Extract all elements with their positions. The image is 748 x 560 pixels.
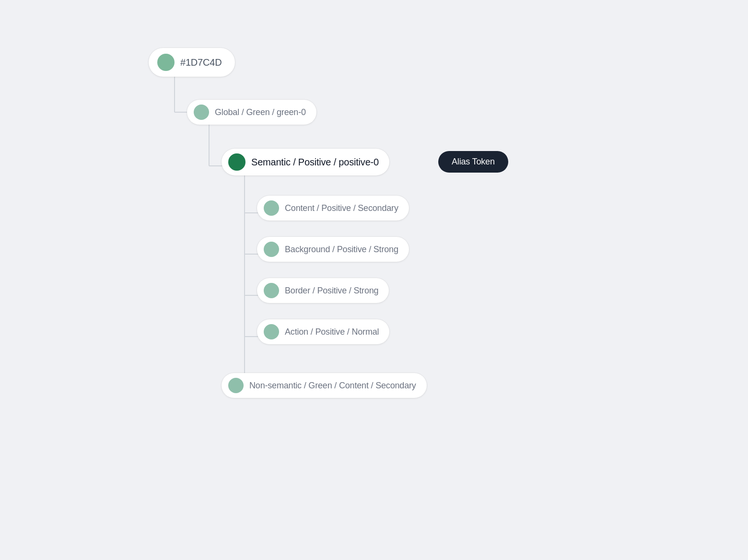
global-dot	[194, 105, 209, 120]
semantic-label: Semantic / Positive / positive-0	[251, 157, 379, 168]
alias-token-badge[interactable]: Alias Token	[438, 151, 508, 173]
global-label: Global / Green / green-0	[215, 107, 306, 117]
border-node[interactable]: Border / Positive / Strong	[257, 278, 389, 303]
action-dot	[264, 324, 279, 339]
content-label: Content / Positive / Secondary	[285, 203, 398, 213]
nonsemantic-dot	[228, 378, 244, 393]
background-node[interactable]: Background / Positive / Strong	[257, 237, 409, 262]
action-node[interactable]: Action / Positive / Normal	[257, 319, 389, 344]
semantic-dot	[228, 153, 245, 171]
background-label: Background / Positive / Strong	[285, 245, 398, 255]
nonsemantic-label: Non-semantic / Green / Content / Seconda…	[249, 381, 416, 391]
alias-token-label: Alias Token	[452, 157, 495, 166]
hex-label: #1D7C4D	[180, 57, 222, 68]
action-label: Action / Positive / Normal	[285, 327, 379, 337]
hex-node[interactable]: #1D7C4D	[149, 48, 235, 77]
content-dot	[264, 200, 279, 216]
nonsemantic-node[interactable]: Non-semantic / Green / Content / Seconda…	[222, 373, 427, 398]
content-node[interactable]: Content / Positive / Secondary	[257, 196, 409, 221]
semantic-node[interactable]: Semantic / Positive / positive-0	[222, 149, 389, 175]
background-dot	[264, 242, 279, 257]
global-node[interactable]: Global / Green / green-0	[187, 100, 316, 125]
border-dot	[264, 283, 279, 298]
hex-dot	[157, 54, 175, 71]
border-label: Border / Positive / Strong	[285, 286, 378, 296]
